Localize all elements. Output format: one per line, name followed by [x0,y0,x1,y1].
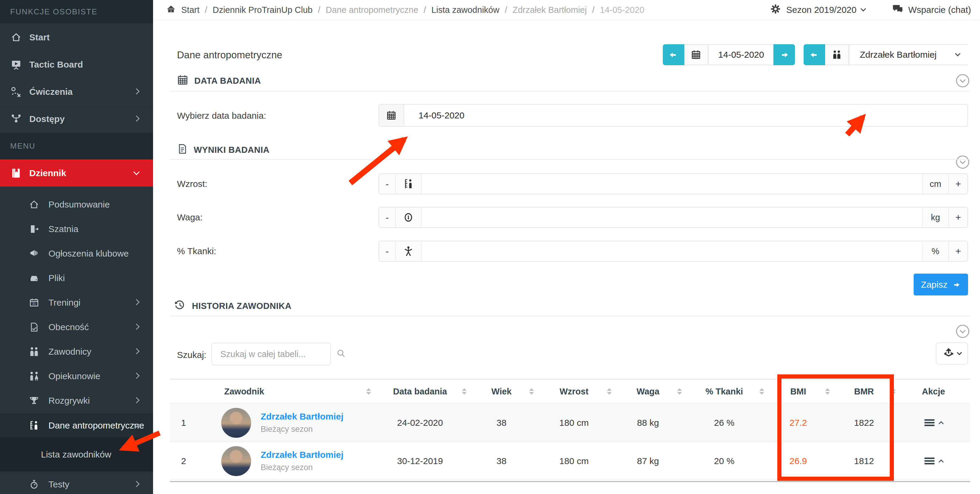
breadcrumb-item: 14-05-2020 [600,5,644,15]
date-field-label: Wybierz data badania: [177,111,266,121]
sidebar-item-treningi[interactable]: 31 Treningi [0,290,153,315]
fat-field-label: % Tkanki: [177,246,216,256]
column-header-waga[interactable]: Waga [613,387,683,397]
home-icon [10,31,23,44]
chevron-up-icon[interactable] [939,421,943,426]
height-input[interactable] [422,174,922,194]
breadcrumb-item[interactable]: Lista zawodników [431,5,499,15]
chevron-down-icon [960,77,966,83]
collapse-section-button[interactable] [956,325,969,338]
plus-button[interactable]: + [948,207,967,227]
chevron-up-icon[interactable] [939,459,943,464]
minus-button[interactable]: - [379,174,396,194]
sidebar-item-pliki[interactable]: Pliki [0,266,153,290]
breadcrumb-item[interactable]: Start [181,5,199,15]
breadcrumb-separator: / [205,5,207,15]
chevron-right-icon [133,323,140,330]
player-cell: Zdrzałek Bartłomiej Bieżący sezon [197,446,372,476]
sidebar-item-lista-zawodnikow[interactable]: Lista zawodników [0,438,153,472]
minus-button[interactable]: - [379,241,396,261]
player-name-link[interactable]: Zdrzałek Bartłomiej [261,450,344,460]
row-number: 1 [170,418,197,428]
height-ruler-icon [396,174,422,194]
history-icon [174,299,186,313]
sidebar-item-rozgrywki[interactable]: Rozgrywki [0,389,153,413]
collapse-section-button[interactable] [956,156,969,169]
fat-stepper: - % + [379,241,968,262]
prev-player-button[interactable] [803,44,825,65]
sort-icon[interactable] [759,388,764,395]
player-name-link[interactable]: Zdrzałek Bartłomiej [261,411,344,422]
breadcrumb-separator: / [505,5,507,15]
current-date-value[interactable]: 14-05-2020 [708,44,773,65]
breadcrumb-separator: / [592,5,595,15]
sidebar-item-obecnosc[interactable]: Obecność [0,315,153,339]
save-button[interactable]: Zapisz [914,274,968,295]
column-header-data-badania[interactable]: Data badania [372,387,468,397]
sidebar-item-tactic-board[interactable]: Tactic Board [0,51,153,78]
date-picker-field[interactable]: 14-05-2020 [379,104,968,127]
sidebar-item-label: Szatnia [48,224,78,234]
sidebar-item-dane-antropometryczne[interactable]: Dane antropometryczne [0,413,153,438]
topbar: Start / Dziennik ProTrainUp Club / Dane … [153,0,980,20]
sidebar-item-ogloszenia[interactable]: Ogłoszenia klubowe [0,241,153,266]
column-header-tkanki[interactable]: % Tkanki [683,387,765,397]
section-divider [170,316,970,316]
row-actions [897,456,970,465]
save-button-label: Zapisz [921,280,947,290]
sidebar-item-cwiczenia[interactable]: Ćwiczenia [0,78,153,105]
svg-text:31: 31 [32,302,36,306]
sidebar-item-szatnia[interactable]: Szatnia [0,217,153,241]
height-stepper: - cm + [379,174,968,194]
sidebar-item-podsumowanie[interactable]: Podsumowanie [0,192,153,217]
sort-icon[interactable] [607,388,612,395]
fat-input[interactable] [422,241,922,261]
breadcrumb-item[interactable]: Dane antropometryczne [326,5,418,15]
breadcrumb-item[interactable]: Zdrzałek Bartłomiej [512,5,587,15]
weight-input[interactable] [422,207,922,227]
player-select[interactable]: Zdrzałek Bartłomiej [849,44,968,65]
date-picker-value[interactable]: 14-05-2020 [404,105,967,126]
actions-menu-icon[interactable] [924,456,935,465]
minus-button[interactable]: - [379,207,396,227]
sidebar-item-label: Treningi [48,298,80,308]
calendar-icon [379,105,404,126]
sort-icon[interactable] [366,388,371,395]
chevron-down-icon [133,169,140,175]
actions-menu-icon[interactable] [924,418,935,427]
breadcrumb-item[interactable]: Dziennik ProTrainUp Club [213,5,312,15]
stopwatch-icon [29,479,40,490]
plus-button[interactable]: + [948,241,967,261]
sidebar-item-opiekunowie[interactable]: Opiekunowie [0,364,153,389]
support-chat-link[interactable]: Wsparcie (chat) [892,3,971,17]
player-avatar [221,446,251,476]
prev-date-button[interactable] [663,44,684,65]
home-breadcrumb-icon[interactable] [166,4,176,16]
sort-icon[interactable] [462,388,467,395]
sidebar-item-zawodnicy[interactable]: Zawodnicy [0,339,153,364]
next-date-button[interactable] [773,44,795,65]
sidebar-item-testy[interactable]: Testy [0,472,153,494]
height-field-label: Wzrost: [177,179,207,189]
player-season: Bieżący sezon [261,463,344,472]
summary-home-icon [29,199,40,210]
row-actions [897,418,970,427]
plus-button[interactable]: + [948,174,967,194]
sidebar-item-start[interactable]: Start [0,24,153,51]
season-selector[interactable]: Sezon 2019/2020 [770,3,865,17]
chevron-right-icon [133,348,140,354]
sort-icon[interactable] [529,388,534,395]
section-title: HISTORIA ZAWODNIKA [192,301,291,311]
search-input[interactable] [212,349,336,359]
column-header-zawodnik[interactable]: Zawodnik [197,387,372,397]
sort-icon[interactable] [677,388,682,395]
section-header-data-badania: DATA BADANIA [177,74,261,88]
column-header-wzrost[interactable]: Wzrost [535,387,613,397]
chevron-right-icon [133,115,140,122]
collapse-section-button[interactable] [956,74,969,87]
column-header-wiek[interactable]: Wiek [468,387,535,397]
sidebar-item-dziennik[interactable]: Dziennik [0,159,153,186]
sidebar-item-dostepy[interactable]: Dostępy [0,105,153,132]
player-cell: Zdrzałek Bartłomiej Bieżący sezon [197,408,372,438]
export-button[interactable] [936,343,968,365]
